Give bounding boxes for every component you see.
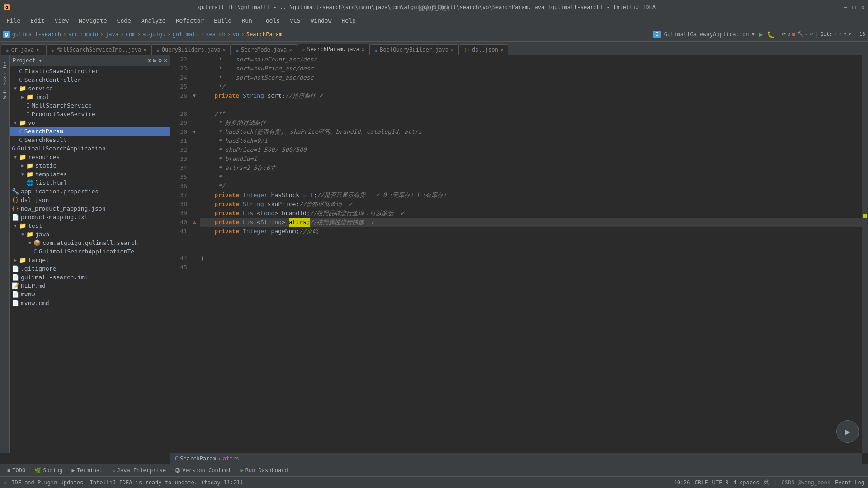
menu-tools[interactable]: Tools xyxy=(258,16,284,25)
left-strip-favorites[interactable]: Favorites xyxy=(1,59,8,87)
tree-item-com-test[interactable]: ▼ 📦 com.atguigu.gulimall.search xyxy=(10,239,170,247)
menu-edit[interactable]: Edit xyxy=(26,16,49,25)
tab-score-mode[interactable]: ☕ ScoreMode.java ✕ xyxy=(231,44,297,55)
tree-item-vo[interactable]: ▼ 📁 vo xyxy=(10,118,170,127)
toolbar-build[interactable]: 🔨 xyxy=(797,31,803,37)
menu-window[interactable]: Window xyxy=(306,16,336,25)
tree-item-application-properties[interactable]: 🔧 application.properties xyxy=(10,187,170,196)
menu-run[interactable]: Run xyxy=(237,16,256,25)
sidebar-locate-icon[interactable]: ⊙ xyxy=(148,57,151,64)
tree-item-product-mapping-txt[interactable]: 📄 product-mapping.txt xyxy=(10,213,170,221)
tree-item-list-html[interactable]: 🌐 list.html xyxy=(10,178,170,187)
git-push[interactable]: ↑ xyxy=(844,31,847,37)
left-strip-web[interactable]: Web xyxy=(1,89,8,100)
tree-item-search-result[interactable]: C SearchResult xyxy=(10,136,170,144)
toolbar-refresh[interactable]: ⟳ xyxy=(782,31,786,37)
status-warning-icon[interactable]: ⚠ xyxy=(4,479,7,486)
tree-item-java-test[interactable]: ▼ 📁 java xyxy=(10,230,170,239)
toolbar-stop[interactable]: ■ xyxy=(792,31,795,37)
tree-item-help-md[interactable]: 📝 HELP.md xyxy=(10,282,170,290)
tab-er-java[interactable]: ☕ er.java ✕ xyxy=(1,44,46,55)
tab-todo[interactable]: ≡ TODO xyxy=(4,466,29,474)
window-controls[interactable]: – □ ✕ xyxy=(844,4,864,10)
status-event-log[interactable]: Event Log xyxy=(835,479,864,486)
tree-item-templates[interactable]: ▼ 📁 templates xyxy=(10,170,170,178)
tree-item-mvnw-cmd[interactable]: 📄 mvnw.cmd xyxy=(10,299,170,307)
minimize-button[interactable]: – xyxy=(844,4,847,10)
tree-item-gulimall-search-iml[interactable]: 📄 gulimall-search.iml xyxy=(10,273,170,282)
tree-item-dsl-json[interactable]: {} dsl.json xyxy=(10,196,170,204)
toolbar-history[interactable]: ↩ xyxy=(810,31,813,37)
close-button[interactable]: ✕ xyxy=(861,4,864,10)
tree-item-impl[interactable]: ▶ 📁 impl xyxy=(10,93,170,101)
git-commit[interactable]: ✓ xyxy=(834,31,837,37)
breadcrumb-com[interactable]: com xyxy=(126,31,136,38)
menu-build[interactable]: Build xyxy=(209,16,236,25)
breadcrumb-atguigu[interactable]: atguigu xyxy=(142,31,165,38)
project-dropdown[interactable]: Project ▾ xyxy=(13,57,146,64)
tab-dsl-json[interactable]: {} dsl.json ✕ xyxy=(459,44,509,55)
toolbar-more[interactable]: ⚙ xyxy=(788,31,791,37)
tab-run-dashboard[interactable]: ▶ Run Dashboard xyxy=(237,466,292,474)
breadcrumb-src[interactable]: src xyxy=(68,31,78,38)
status-encoding[interactable]: UTF-8 xyxy=(712,479,728,486)
status-indent[interactable]: 4 spaces xyxy=(733,479,760,486)
breadcrumb-search[interactable]: search xyxy=(206,31,225,38)
menu-code[interactable]: Code xyxy=(113,16,136,25)
tree-item-mall-search-service[interactable]: I MallSearchService xyxy=(10,101,170,110)
breadcrumb-main[interactable]: main xyxy=(85,31,98,38)
tab-bool-query-builder[interactable]: ☕ BoolQueryBuilder.java ✕ xyxy=(370,44,459,55)
tab-spring[interactable]: 🌿 Spring xyxy=(31,466,66,474)
menu-navigate[interactable]: Navigate xyxy=(74,16,112,25)
tab-query-builders[interactable]: ☕ QueryBuilders.java ✕ xyxy=(151,44,231,55)
tree-item-resources[interactable]: ▼ 📁 resources xyxy=(10,153,170,161)
sidebar-collapse-icon[interactable]: ⊟ xyxy=(153,57,157,64)
tab-mall-search-service-impl[interactable]: ☕ MallSearchServiceImpl.java ✕ xyxy=(46,44,151,55)
breadcrumb-java[interactable]: java xyxy=(105,31,118,38)
status-line-sep[interactable]: CRLF xyxy=(695,479,708,486)
tree-item-elastic-save-controller[interactable]: C ElasticSaveController xyxy=(10,67,170,75)
tree-item-search-param[interactable]: C SearchParam xyxy=(10,127,170,136)
tree-item-gitignore[interactable]: 📄 .gitignore xyxy=(10,264,170,273)
ai-assistant-popup[interactable]: ▶ xyxy=(836,420,859,443)
git-update[interactable]: ✓ xyxy=(839,31,842,37)
tree-item-test[interactable]: ▼ 📁 test xyxy=(10,221,170,230)
status-position[interactable]: 40:26 xyxy=(674,479,690,486)
code-line-44: } xyxy=(200,254,862,263)
tab-java-enterprise[interactable]: ☕ Java Enterprise xyxy=(108,466,170,474)
menu-analyze[interactable]: Analyze xyxy=(137,16,170,25)
tree-item-static[interactable]: ▶ 📁 static xyxy=(10,161,170,170)
status-git[interactable]: 英 xyxy=(764,479,769,486)
tree-item-gulimall-search-app-test[interactable]: C GulimallSearchApplicationTe... xyxy=(10,247,170,256)
menu-refactor[interactable]: Refactor xyxy=(171,16,209,25)
breadcrumb-searchparam-class[interactable]: SearchParam xyxy=(180,455,216,462)
tree-item-target[interactable]: ▶ 📁 target xyxy=(10,256,170,264)
tab-terminal[interactable]: ▶ Terminal xyxy=(68,466,107,474)
menu-help[interactable]: Help xyxy=(337,16,360,25)
maximize-button[interactable]: □ xyxy=(853,4,856,10)
tree-item-mvnw[interactable]: 📄 mvnw xyxy=(10,290,170,299)
tree-item-new-product-mapping[interactable]: {} new_product_mapping.json xyxy=(10,204,170,213)
git-revert[interactable]: ↶ xyxy=(849,31,852,37)
code-line-40: private List < String > attrs; //按照属性进行筛… xyxy=(200,218,862,227)
tree-item-search-controller[interactable]: C SearchController xyxy=(10,75,170,84)
debug-button[interactable]: 🐛 xyxy=(767,31,774,38)
run-button[interactable]: ▶ xyxy=(759,31,763,38)
breadcrumb-gulimall[interactable]: gulimall xyxy=(173,31,199,38)
sidebar-close-icon[interactable]: ✕ xyxy=(164,57,167,64)
menu-file[interactable]: File xyxy=(2,16,25,25)
breadcrumb-vo[interactable]: vo xyxy=(233,31,239,38)
tab-version-control[interactable]: ⓽ Version Control xyxy=(171,466,235,474)
breadcrumb-attrs-field[interactable]: attrs xyxy=(223,455,239,462)
breadcrumb-project[interactable]: gulimall-search xyxy=(12,31,61,38)
tab-search-param[interactable]: ☕ SearchParam.java ✕ xyxy=(297,44,370,55)
tree-item-gulimall-search-app[interactable]: G GulimallSearchApplication xyxy=(10,144,170,153)
menu-vcs[interactable]: VCS xyxy=(285,16,305,25)
menu-view[interactable]: View xyxy=(50,16,73,25)
toolbar-check[interactable]: ✓ xyxy=(805,31,808,37)
tree-item-product-save-service[interactable]: I ProductSaveService xyxy=(10,110,170,118)
code-content[interactable]: * sort=saleCount_asc/desc * sort=skuPric… xyxy=(198,55,862,453)
sidebar-settings-icon[interactable]: ⚙ xyxy=(158,57,162,64)
breadcrumb-searchparam[interactable]: SearchParam xyxy=(246,31,282,38)
tree-item-service[interactable]: ▼ 📁 service xyxy=(10,84,170,93)
